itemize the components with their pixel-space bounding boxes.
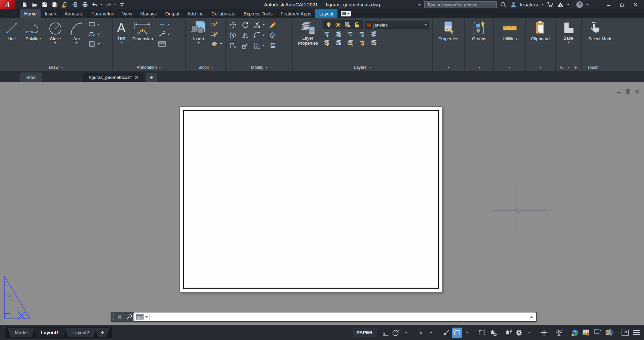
autodesk-menu-arrow[interactable]	[567, 4, 569, 5]
lineweight-display-button[interactable]	[452, 328, 462, 338]
save-button[interactable]	[40, 1, 49, 9]
hatch-flyout-arrow[interactable]	[98, 43, 100, 45]
redo-button[interactable]	[104, 1, 113, 9]
save-to-mobile-button[interactable]	[60, 1, 69, 9]
layer-on-all-button[interactable]	[323, 39, 331, 47]
customization-menu-button[interactable]	[631, 328, 641, 338]
properties-button[interactable]: Properties	[437, 20, 460, 63]
search-icon[interactable]	[500, 1, 507, 8]
annotation-monitor-button[interactable]	[581, 328, 592, 338]
rotate-button[interactable]	[241, 21, 249, 29]
ribbon-tab-addins[interactable]: Add-ins	[183, 9, 207, 18]
quick-properties-button[interactable]	[554, 328, 564, 338]
layer-dropdown[interactable]: janelas	[365, 21, 429, 29]
layout2-tab[interactable]: Layout2	[65, 328, 97, 337]
command-close-button[interactable]	[115, 312, 124, 322]
customize-qat-button[interactable]	[117, 1, 126, 9]
ribbon-tab-featured-apps[interactable]: Featured Apps	[277, 9, 315, 18]
rectangle-flyout-arrow[interactable]	[98, 24, 100, 25]
ellipse-tool-button[interactable]	[88, 31, 96, 38]
object-snap-button[interactable]	[441, 328, 451, 338]
drawing-minimize-icon[interactable]	[616, 90, 621, 94]
table-button[interactable]	[158, 40, 166, 48]
utilities-panel-footer[interactable]	[494, 63, 525, 71]
draw-panel-footer[interactable]: Draw	[0, 63, 112, 71]
groups-button[interactable]: Groups	[470, 20, 488, 63]
explode-button[interactable]	[269, 32, 277, 39]
layer-off-button[interactable]	[323, 31, 331, 38]
utilities-button[interactable]: Utilities	[500, 20, 519, 63]
fillet-button[interactable]	[253, 32, 261, 39]
command-bar-grip[interactable]	[111, 314, 115, 320]
ellipse-flyout-arrow[interactable]	[98, 34, 100, 35]
recent-commands-arrow[interactable]	[145, 316, 148, 318]
drawing-area[interactable]	[0, 82, 644, 325]
trim-flyout-arrow[interactable]	[263, 24, 265, 26]
open-file-button[interactable]	[30, 1, 39, 9]
polar-tracking-arrow[interactable]	[401, 328, 411, 338]
leader-button[interactable]	[158, 31, 166, 38]
polar-tracking-button[interactable]	[391, 328, 401, 338]
plot-button[interactable]	[80, 1, 89, 9]
autodesk-logo-icon[interactable]	[557, 2, 564, 7]
clipboard-panel-footer[interactable]	[526, 63, 555, 71]
layer-freeze-vp-button[interactable]	[346, 31, 355, 38]
redo-dropdown-arrow[interactable]	[114, 4, 116, 5]
block-panel-footer[interactable]: Block	[186, 63, 225, 71]
text-tool-button[interactable]: A Text	[115, 20, 127, 63]
edit-block-button[interactable]	[210, 31, 218, 38]
ribbon-tab-express-tools[interactable]: Express Tools	[239, 9, 277, 18]
clipboard-button[interactable]: Clipboard	[529, 20, 551, 63]
drawing-close-icon[interactable]	[635, 90, 639, 94]
recent-commands-icon[interactable]	[136, 314, 144, 320]
lineweight-arrow[interactable]	[463, 328, 472, 338]
create-block-button[interactable]	[210, 21, 218, 28]
line-tool-button[interactable]: Line	[3, 20, 21, 63]
layer-thaw-all-button[interactable]	[335, 39, 343, 47]
ribbon-display-toggle[interactable]	[341, 11, 351, 16]
trim-button[interactable]	[253, 21, 261, 29]
ribbon-tab-manage[interactable]: Manage	[136, 9, 161, 18]
modify-panel-footer[interactable]: Modify	[226, 63, 292, 71]
linear-dimension-button[interactable]	[158, 21, 166, 28]
layers-panel-footer[interactable]: Layers	[293, 63, 432, 71]
search-input[interactable]	[427, 2, 494, 8]
ribbon-tab-annotate[interactable]: Annotate	[60, 9, 87, 18]
selection-cycling-button[interactable]	[477, 328, 487, 338]
undo-dropdown-arrow[interactable]	[101, 4, 103, 5]
isolate-objects-button[interactable]	[592, 328, 603, 338]
restore-button[interactable]	[617, 0, 627, 9]
select-mode-button[interactable]: Select Mode	[587, 20, 614, 63]
search-expand-icon[interactable]	[418, 3, 421, 6]
layer-make-current-button[interactable]	[370, 31, 378, 38]
save-as-button[interactable]	[50, 1, 59, 9]
autoscale-button[interactable]	[503, 328, 514, 338]
layer-lock-button[interactable]	[358, 31, 366, 38]
osnap-tracking-arrow[interactable]	[426, 328, 436, 338]
polyline-tool-button[interactable]: Polyline	[23, 20, 44, 63]
layer-on-button[interactable]	[325, 21, 333, 29]
layer-properties-button[interactable]: Layer Properties	[296, 20, 320, 63]
leader-flyout-arrow[interactable]	[168, 34, 170, 35]
annotation-visibility-button[interactable]	[488, 328, 498, 338]
layer-thaw-button[interactable]	[334, 21, 342, 29]
command-history-arrow[interactable]	[530, 316, 533, 318]
mirror-button[interactable]	[241, 32, 249, 39]
cart-icon[interactable]	[547, 2, 554, 8]
undo-button[interactable]	[91, 1, 99, 9]
arc-tool-button[interactable]: Arc	[67, 20, 86, 63]
layer-isolate-button[interactable]	[343, 21, 352, 29]
layout1-tab[interactable]: Layout1	[34, 328, 66, 337]
circle-tool-button[interactable]: Circle	[46, 20, 65, 63]
command-input[interactable]	[152, 314, 528, 320]
file-tab-active-document[interactable]: figuras_geometricas*	[83, 72, 145, 82]
array-flyout-arrow[interactable]	[263, 45, 265, 46]
ribbon-tab-collaborate[interactable]: Collaborate	[207, 9, 239, 18]
osnap-tracking-button[interactable]	[416, 328, 426, 338]
open-from-mobile-button[interactable]	[70, 1, 79, 9]
dimension-flyout-arrow[interactable]	[168, 24, 170, 25]
help-menu-arrow[interactable]	[586, 4, 588, 5]
help-button[interactable]: ?	[576, 1, 583, 8]
dialog-launcher-icon[interactable]	[574, 66, 577, 69]
user-avatar-icon[interactable]	[510, 1, 517, 8]
